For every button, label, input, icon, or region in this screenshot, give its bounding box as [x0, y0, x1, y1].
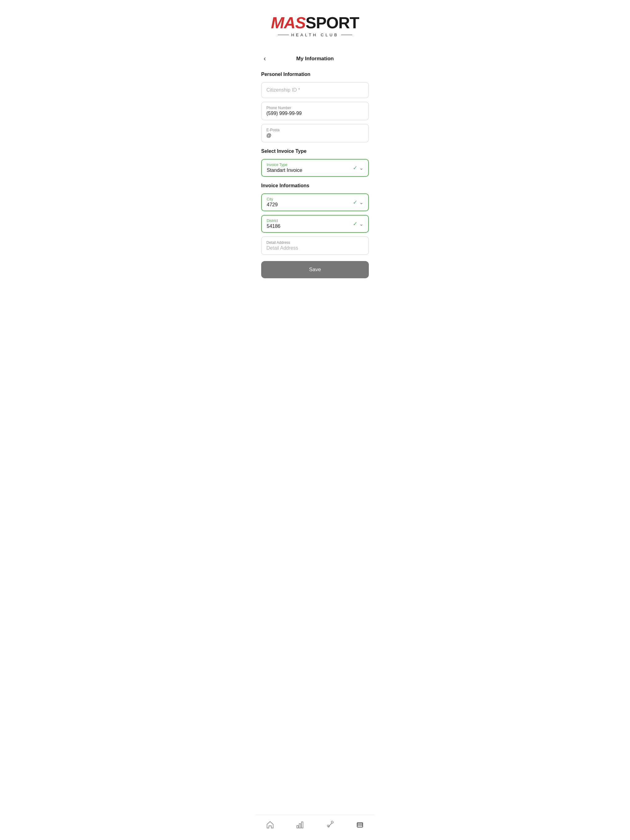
- invoice-type-section-title: Select Invoice Type: [261, 148, 369, 154]
- invoice-type-chevron-icon: ⌄: [359, 165, 363, 171]
- logo-mas: MAS: [271, 15, 306, 31]
- city-icons: ✓ ⌄: [353, 199, 363, 206]
- district-chevron-icon: ⌄: [359, 221, 363, 227]
- logo-sport: SPORT: [306, 15, 359, 31]
- phone-number-label: Phone Number: [266, 106, 364, 110]
- menu-icon: [356, 821, 364, 831]
- city-group: City 4729 ✓ ⌄: [261, 193, 369, 211]
- district-value: 54186: [267, 224, 353, 229]
- invoice-type-dropdown[interactable]: Invoice Type Standart Invoice ✓ ⌄: [261, 159, 369, 177]
- logo-area: MAS SPORT HEALTH CLUB: [255, 0, 375, 48]
- email-label: E-Posta: [266, 128, 364, 132]
- city-chevron-icon: ⌄: [359, 199, 363, 205]
- citizenship-id-group: [261, 82, 369, 98]
- svg-rect-4: [327, 825, 329, 827]
- district-content: District 54186: [267, 219, 353, 229]
- city-value: 4729: [267, 202, 353, 208]
- invoice-info-section-title: Invoice Informations: [261, 183, 369, 188]
- svg-rect-1: [299, 824, 301, 828]
- back-button[interactable]: ‹: [261, 54, 268, 64]
- email-group: E-Posta: [261, 124, 369, 142]
- district-dropdown[interactable]: District 54186 ✓ ⌄: [261, 215, 369, 233]
- city-dropdown[interactable]: City 4729 ✓ ⌄: [261, 193, 369, 211]
- dumbbell-icon: [326, 821, 334, 831]
- invoice-type-label: Invoice Type: [267, 163, 353, 167]
- detail-address-input[interactable]: [266, 245, 364, 251]
- detail-address-group: Detail Address: [261, 237, 369, 255]
- invoice-type-icons: ✓ ⌄: [353, 164, 363, 171]
- page-title: My Information: [296, 56, 334, 62]
- logo-text: MAS SPORT: [271, 15, 359, 31]
- invoice-type-value: Standart Invoice: [267, 167, 353, 173]
- phone-number-group: Phone Number: [261, 102, 369, 120]
- page-header: ‹ My Information: [255, 51, 375, 67]
- svg-line-3: [328, 823, 332, 827]
- bottom-nav: [255, 815, 375, 840]
- phone-number-input[interactable]: [266, 111, 364, 116]
- stats-icon: [296, 821, 304, 831]
- save-button[interactable]: Save: [261, 261, 369, 278]
- city-check-icon: ✓: [353, 199, 358, 206]
- nav-home[interactable]: [261, 819, 279, 833]
- invoice-type-content: Invoice Type Standart Invoice: [267, 163, 353, 173]
- email-input[interactable]: [266, 133, 364, 138]
- invoice-type-group: Invoice Type Standart Invoice ✓ ⌄: [261, 159, 369, 177]
- email-field: E-Posta: [261, 124, 369, 142]
- logo-subtitle: HEALTH CLUB: [278, 33, 353, 37]
- citizenship-id-field: [261, 82, 369, 98]
- city-label: City: [267, 197, 353, 201]
- district-label: District: [267, 219, 353, 223]
- detail-address-label: Detail Address: [266, 240, 364, 245]
- home-icon: [266, 821, 274, 831]
- personal-section-title: Personel Information: [261, 72, 369, 77]
- city-content: City 4729: [267, 197, 353, 208]
- citizenship-id-input[interactable]: [266, 87, 364, 93]
- nav-stats[interactable]: [291, 819, 309, 833]
- nav-menu[interactable]: [351, 819, 369, 833]
- svg-rect-5: [331, 821, 334, 823]
- detail-address-field: Detail Address: [261, 237, 369, 255]
- phone-number-field: Phone Number: [261, 102, 369, 120]
- district-group: District 54186 ✓ ⌄: [261, 215, 369, 233]
- svg-rect-2: [301, 822, 303, 828]
- svg-rect-6: [357, 823, 362, 827]
- svg-rect-0: [297, 826, 298, 828]
- nav-workout[interactable]: [321, 819, 339, 833]
- district-icons: ✓ ⌄: [353, 221, 363, 227]
- district-check-icon: ✓: [353, 221, 358, 227]
- invoice-type-check-icon: ✓: [353, 164, 358, 171]
- main-content: Personel Information Phone Number E-Post…: [255, 67, 375, 815]
- logo-wrapper: MAS SPORT HEALTH CLUB: [271, 15, 359, 37]
